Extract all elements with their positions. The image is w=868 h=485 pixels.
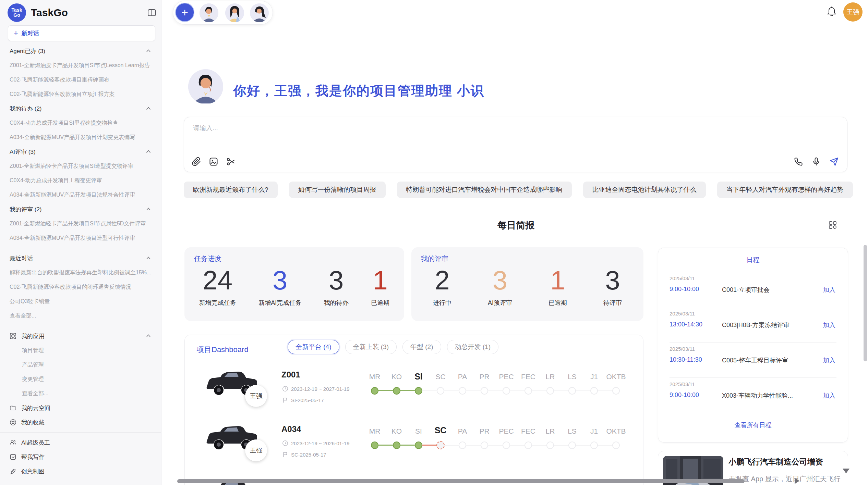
sidebar-item-favorites[interactable]: 我的收藏 [0,415,161,430]
milestone-dot[interactable] [525,387,532,395]
sidebar-item-help-write[interactable]: 帮我写作 [0,450,161,464]
suggestion-chip[interactable]: 欧洲新规最近颁布了什么? [184,182,278,198]
sidebar-item[interactable]: A034-全新新能源MUV产品开发项目造型可行性评审 [0,231,161,245]
feather-pen-icon [10,468,16,475]
milestone-dot[interactable] [481,442,488,449]
send-icon[interactable] [829,157,839,166]
image-icon[interactable] [209,157,218,166]
milestone-dot[interactable] [546,387,554,395]
sidebar-item[interactable]: A034-全新新能源MUV产品开发项目计划变更表编写 [0,130,161,145]
milestone-dot-done[interactable] [415,442,422,449]
layout-grid-icon[interactable] [828,221,837,229]
section-header-my-todo[interactable]: 我的待办 (2) [0,101,161,116]
suggestion-chip[interactable]: 比亚迪全固态电池计划具体说了什么 [583,182,706,198]
section-title: Agent已办 (3) [10,47,45,55]
microphone-icon[interactable] [811,157,821,166]
section-header-my-apps[interactable]: 我的应用 [0,329,161,343]
vertical-scrollbar[interactable] [864,245,867,361]
milestone-dot-done[interactable] [393,442,400,449]
sidebar-item[interactable]: Z001-全新燃油轻卡产品开发项目SI节点属性5D文件评审 [0,216,161,231]
sidebar-item[interactable]: Z001-全新燃油皮卡产品开发项目SI节点Lesson Learn报告 [0,58,161,73]
filter-tab[interactable]: 全新上装 (3) [345,340,397,354]
sidebar-collapse-icon[interactable] [147,8,157,18]
milestone-dot-done[interactable] [393,387,400,395]
sidebar-item-view-all[interactable]: 查看全部... [0,309,161,323]
milestone-dot[interactable] [546,442,554,449]
filter-tab[interactable]: 年型 (2) [402,340,441,354]
paperclip-icon[interactable] [192,157,201,166]
section-header-recent-chats[interactable]: 最近对话 [0,251,161,265]
horizontal-scrollbar[interactable] [177,479,745,483]
sidebar-item[interactable]: Z001-全新燃油轻卡产品开发项目SI造型提交物评审 [0,159,161,173]
new-chat-button[interactable]: + 新对话 [8,25,155,41]
filter-tab[interactable]: 动总开发 (1) [447,340,499,354]
chat-input[interactable] [192,124,605,132]
milestone-dot[interactable] [612,387,620,395]
sidebar-app-item[interactable]: 变更管理 [0,372,161,386]
join-link[interactable]: 加入 [823,286,835,294]
plus-icon: + [14,29,18,38]
scroll-down-arrow[interactable] [843,469,849,473]
stat-value: 3 [324,266,349,295]
milestone-dot[interactable] [459,442,466,449]
scissors-icon[interactable] [226,157,236,166]
suggestion-chip[interactable]: 如何写一份清晰的项目周报 [289,182,386,198]
user-avatar[interactable]: 王强 [843,2,863,22]
milestone-dot[interactable] [590,387,598,395]
sidebar-app-view-all[interactable]: 查看全部... [0,386,161,401]
milestone-dot-overdue[interactable] [436,441,445,449]
news-title[interactable]: 小鹏飞行汽车制造公司增资 [728,457,843,467]
sidebar-app-item[interactable]: 产品管理 [0,358,161,372]
sidebar-item[interactable]: C02-飞腾新能源轻客改款项目的闭环通告反馈情况 [0,280,161,294]
chat-composer [184,117,847,172]
milestone-dot[interactable] [568,387,576,395]
milestone-dot[interactable] [503,387,510,395]
assistant-avatar [188,69,223,104]
sidebar-item-ai-staff[interactable]: AI超级员工 [0,435,161,450]
milestone-dot-done[interactable] [415,387,422,395]
sidebar-item[interactable]: C0X4-动力总成开发项目SI里程碑提交物检查 [0,116,161,130]
sidebar-item[interactable]: 解释最新出台的欧盟报废车法规再生塑料比例被调至15%... [0,265,161,280]
sidebar-app-item[interactable]: 项目管理 [0,343,161,358]
stat-value: 2 [433,266,451,295]
sidebar-item[interactable]: C0X4-动力总成开发项目工程变更评审 [0,173,161,188]
milestone-dot-done[interactable] [371,442,378,449]
sidebar-item[interactable]: A034-全新新能源MUV产品开发项目法规符合性评审 [0,188,161,202]
join-link[interactable]: 加入 [823,391,835,400]
milestone-dot[interactable] [568,442,576,449]
phone-icon[interactable] [794,157,803,166]
view-all-schedule-link[interactable]: 查看所有日程 [658,421,848,429]
project-dates: 2023-12-19 ~ 2026-01-19 [282,440,350,446]
join-link[interactable]: 加入 [823,356,835,364]
section-header-agent-done[interactable]: Agent已办 (3) [0,44,161,58]
suggestion-chip[interactable]: 当下年轻人对汽车外观有怎样的喜好趋势 [717,182,853,198]
section-header-ai-review[interactable]: AI评审 (3) [0,145,161,159]
filter-tab[interactable]: 全新平台 (4) [288,340,339,354]
avatar[interactable] [200,3,218,22]
scroll-right-arrow[interactable] [795,478,799,484]
milestone-dot[interactable] [525,442,532,449]
milestone-dot[interactable] [612,442,620,449]
chevron-up-icon [145,206,152,212]
add-agent-button[interactable]: + [175,3,194,22]
milestone-dot[interactable] [481,387,488,395]
sidebar-item[interactable]: 公司Q3轻卡销量 [0,294,161,309]
sidebar-item-creative-draw[interactable]: 创意制图 [0,464,161,478]
milestone-dot-done[interactable] [371,387,378,395]
avatar[interactable] [250,3,269,22]
milestone-dot[interactable] [437,387,444,395]
sidebar-item-cloud-space[interactable]: 我的云空间 [0,401,161,415]
stat-value: 1 [548,266,567,295]
milestone-dot[interactable] [459,387,466,395]
milestone-dot[interactable] [503,442,510,449]
milestone-dot[interactable] [590,442,598,449]
join-link[interactable]: 加入 [823,321,835,329]
notification-bell-icon[interactable] [825,5,838,18]
suggestion-chip[interactable]: 特朗普可能对进口汽车增税会对中国车企造成哪些影响 [397,182,572,198]
sidebar-item[interactable]: C02-飞腾新能源轻客改款项目立项汇报方案 [0,87,161,101]
event-time: 10:30-11:30 [670,356,702,363]
avatar[interactable] [225,3,244,22]
sidebar-item[interactable]: C02-飞腾新能源轻客改款项目里程碑画布 [0,73,161,87]
dashboard-title: 项目Dashboard [196,345,249,355]
section-header-my-review[interactable]: 我的评审 (2) [0,202,161,216]
